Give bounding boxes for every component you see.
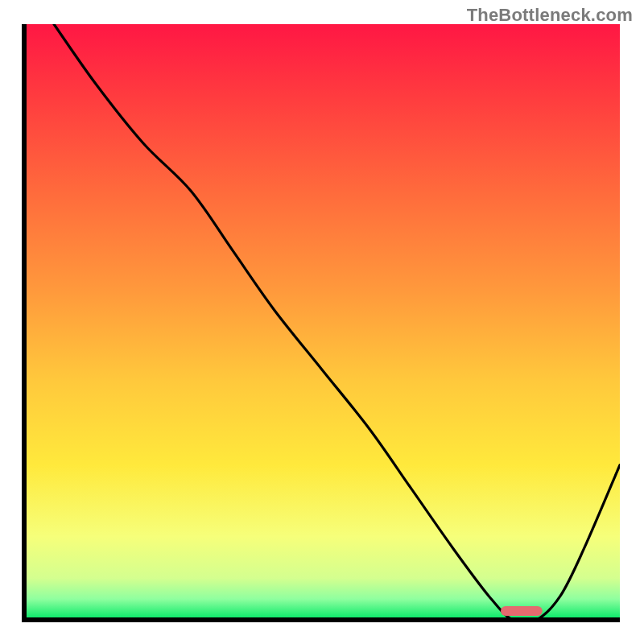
chart-frame: TheBottleneck.com	[0, 0, 644, 644]
optimal-range-marker	[501, 606, 543, 616]
chart-svg	[0, 0, 644, 644]
gradient-background	[24, 24, 620, 620]
watermark-label: TheBottleneck.com	[467, 5, 633, 26]
